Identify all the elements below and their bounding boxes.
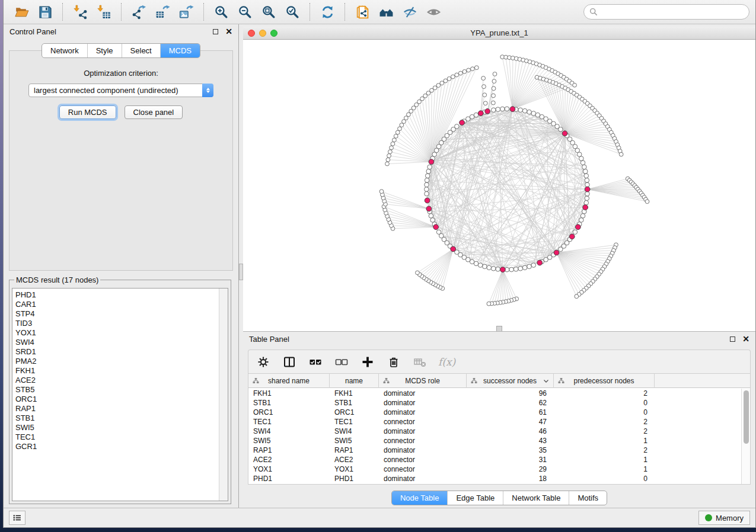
share-network-document-button[interactable] bbox=[352, 2, 372, 21]
tab-edge-table[interactable]: Edge Table bbox=[447, 491, 503, 505]
table-cell: 43 bbox=[467, 436, 554, 446]
mcds-result-item[interactable]: STB5 bbox=[15, 385, 219, 395]
mcds-result-item[interactable]: SWI5 bbox=[15, 423, 219, 432]
table-scrollbar[interactable] bbox=[741, 389, 750, 484]
tab-select[interactable]: Select bbox=[122, 44, 160, 57]
hide-selected-button[interactable] bbox=[400, 2, 420, 21]
table-row[interactable]: ACE2ACE2connector311 bbox=[248, 455, 741, 464]
run-mcds-button[interactable]: Run MCDS bbox=[59, 105, 116, 119]
tab-network[interactable]: Network bbox=[42, 44, 87, 57]
open-file-button[interactable] bbox=[11, 2, 31, 21]
float-panel-icon[interactable] bbox=[213, 29, 218, 34]
table-row[interactable]: STB1STB1dominator620 bbox=[248, 398, 741, 408]
table-cell: dominator bbox=[379, 446, 467, 455]
export-table-button[interactable] bbox=[152, 2, 173, 21]
add-column-button[interactable] bbox=[360, 354, 375, 370]
unselect-all-columns-button[interactable] bbox=[334, 354, 349, 370]
delete-columns-button[interactable] bbox=[386, 354, 401, 370]
mcds-result-item[interactable]: CAR1 bbox=[15, 300, 219, 309]
table-row[interactable]: FKH1FKH1dominator962 bbox=[248, 389, 741, 398]
network-canvas[interactable] bbox=[243, 40, 755, 331]
mcds-result-title: MCDS result (17 nodes) bbox=[14, 275, 100, 284]
mcds-result-item[interactable]: TEC1 bbox=[15, 432, 219, 442]
table-cell: PHD1 bbox=[330, 474, 379, 483]
table-row[interactable]: RAP1RAP1dominator352 bbox=[248, 446, 741, 455]
mcds-result-item[interactable]: RAP1 bbox=[15, 404, 219, 414]
export-image-button[interactable] bbox=[176, 2, 196, 21]
combo-stepper-icon bbox=[202, 84, 213, 97]
show-all-button[interactable] bbox=[423, 2, 444, 21]
mcds-result-item[interactable]: TID3 bbox=[15, 319, 219, 328]
column-header-predecessor-nodes[interactable]: predecessor nodes bbox=[554, 374, 655, 388]
mcds-result-item[interactable]: YOX1 bbox=[15, 328, 219, 338]
import-network-button[interactable] bbox=[70, 2, 90, 21]
split-collapse-handle[interactable] bbox=[496, 326, 502, 331]
show-columns-button[interactable] bbox=[282, 354, 297, 370]
memory-label: Memory bbox=[716, 514, 744, 523]
close-panel-icon[interactable]: ✕ bbox=[225, 27, 232, 36]
mcds-result-scrollbar[interactable] bbox=[219, 289, 228, 501]
table-row[interactable]: ORC1ORC1dominator610 bbox=[248, 408, 741, 417]
columns-icon bbox=[283, 355, 296, 368]
mcds-result-item[interactable]: GCR1 bbox=[15, 442, 219, 451]
column-header-shared-name[interactable]: shared name bbox=[248, 374, 330, 388]
window-close-traffic-light[interactable] bbox=[248, 30, 255, 37]
zoom-out-button[interactable] bbox=[235, 2, 255, 21]
task-history-button[interactable] bbox=[9, 511, 25, 525]
table-scrollbar-thumb[interactable] bbox=[744, 390, 749, 444]
select-all-columns-button[interactable] bbox=[308, 354, 323, 370]
tab-motifs[interactable]: Motifs bbox=[569, 491, 607, 505]
close-panel-button[interactable]: Close panel bbox=[125, 105, 183, 119]
column-header-successor-nodes[interactable]: successor nodes bbox=[467, 374, 554, 388]
close-table-panel-icon[interactable]: ✕ bbox=[742, 335, 749, 343]
table-cell bbox=[655, 455, 741, 464]
column-header-name[interactable]: name bbox=[330, 374, 379, 388]
save-session-button[interactable] bbox=[35, 2, 55, 21]
tab-mcds[interactable]: MCDS bbox=[160, 44, 200, 57]
float-table-panel-icon[interactable] bbox=[730, 336, 735, 342]
table-row[interactable]: SWI4SWI4dominator462 bbox=[248, 427, 741, 436]
mcds-result-item[interactable]: ORC1 bbox=[15, 395, 219, 404]
mcds-result-item[interactable]: STB1 bbox=[15, 414, 219, 423]
mcds-result-item[interactable]: SRD1 bbox=[15, 347, 219, 357]
tab-node-table[interactable]: Node Table bbox=[392, 491, 448, 505]
zoom-in-icon bbox=[214, 5, 229, 20]
search-input[interactable] bbox=[601, 7, 744, 17]
column-header-mcds-role[interactable]: MCDS role bbox=[379, 374, 467, 388]
mcds-result-item[interactable]: PMA2 bbox=[15, 357, 219, 366]
optimization-criterion-select[interactable]: largest connected component (undirected) bbox=[28, 84, 213, 97]
table-cell bbox=[655, 398, 741, 408]
export-image-icon bbox=[179, 5, 194, 20]
table-row[interactable]: SWI5SWI5connector431 bbox=[248, 436, 741, 446]
splitter-handle[interactable] bbox=[239, 264, 243, 280]
table-row[interactable]: TEC1TEC1connector472 bbox=[248, 417, 741, 427]
import-table-button[interactable] bbox=[94, 2, 114, 21]
table-row[interactable]: PHD1PHD1dominator180 bbox=[248, 474, 741, 483]
zoom-selected-button[interactable] bbox=[282, 2, 302, 21]
table-settings-button[interactable] bbox=[256, 354, 271, 370]
window-zoom-traffic-light[interactable] bbox=[270, 30, 277, 37]
tab-style[interactable]: Style bbox=[87, 44, 122, 57]
criterion-selected-value: largest connected component (undirected) bbox=[29, 86, 202, 95]
mcds-result-item[interactable]: ACE2 bbox=[15, 376, 219, 385]
window-minimize-traffic-light[interactable] bbox=[259, 30, 266, 37]
zoom-in-button[interactable] bbox=[211, 2, 231, 21]
vertical-splitter[interactable] bbox=[238, 24, 243, 508]
first-neighbors-button[interactable] bbox=[376, 2, 396, 21]
optimization-criterion-label: Optimization criterion: bbox=[9, 69, 232, 78]
mcds-result-item[interactable]: FKH1 bbox=[15, 366, 219, 376]
refresh-view-button[interactable] bbox=[317, 2, 337, 21]
mcds-result-item[interactable]: PHD1 bbox=[15, 290, 219, 300]
tab-network-table[interactable]: Network Table bbox=[503, 491, 569, 505]
export-network-button[interactable] bbox=[129, 2, 149, 21]
memory-status-dot bbox=[705, 514, 712, 521]
mcds-result-item[interactable]: SWI4 bbox=[15, 338, 219, 347]
table-cell: connector bbox=[379, 464, 467, 474]
table-header-row: shared name name MCDS role successor nod… bbox=[248, 374, 750, 388]
table-cell: 1 bbox=[554, 436, 655, 446]
table-row[interactable]: YOX1YOX1connector291 bbox=[248, 464, 741, 474]
table-cell: 35 bbox=[467, 446, 554, 455]
zoom-fit-button[interactable] bbox=[259, 2, 279, 21]
mcds-result-item[interactable]: STP4 bbox=[15, 309, 219, 319]
memory-button[interactable]: Memory bbox=[698, 511, 750, 525]
